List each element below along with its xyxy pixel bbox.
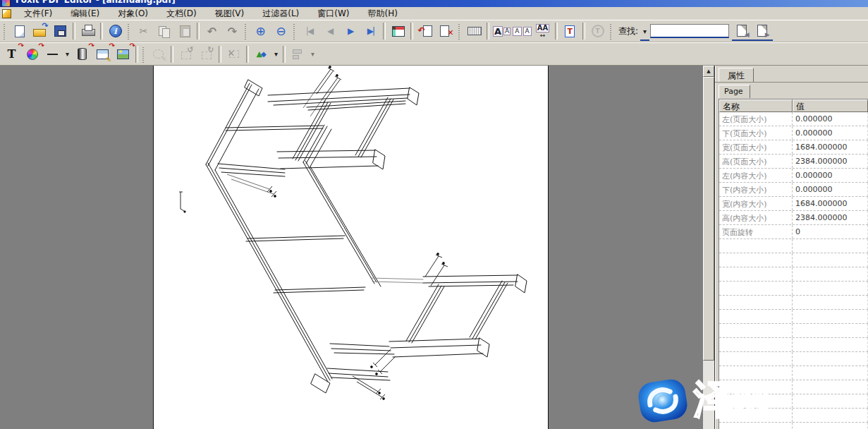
toolbar-gripper[interactable] [142,46,147,63]
property-row[interactable] [719,394,868,409]
property-row[interactable] [719,296,868,310]
property-value[interactable]: 0.000000 [793,126,868,140]
menu-item-6[interactable]: 过滤器(L) [253,7,308,20]
property-row[interactable]: 宽(内容大小)1684.000000 [719,197,868,211]
property-row[interactable]: 下(内容大小)0.000000 [719,183,868,197]
property-value[interactable]: 1684.000000 [793,197,868,210]
property-value[interactable] [793,239,868,253]
property-value[interactable] [793,324,868,337]
property-row[interactable] [719,239,868,253]
property-value[interactable]: 0.000000 [793,183,868,196]
pdf-page[interactable] [153,66,549,429]
toolbar-gripper[interactable] [609,23,614,40]
add-shading-button[interactable]: ↷ [72,44,92,64]
property-value[interactable] [793,423,868,429]
toolbar-gripper[interactable] [293,23,298,40]
property-row[interactable] [719,267,868,282]
canvas[interactable] [0,66,703,429]
edit-image-button[interactable]: ↷ [92,44,113,64]
property-value[interactable]: 0.000000 [793,169,868,182]
document-info-button[interactable] [105,22,126,41]
column-header-name[interactable]: 名称 [719,99,793,112]
property-value[interactable]: 1684.000000 [793,140,868,154]
menu-item-8[interactable]: 帮助(H) [359,7,407,20]
zoom-in-button[interactable] [250,22,271,41]
last-page-button[interactable] [360,22,381,41]
document-window-icon[interactable] [2,9,11,18]
property-row[interactable] [719,352,868,366]
menu-item-5[interactable]: 视图(V) [206,7,254,20]
zoom-out-button[interactable] [271,22,291,41]
font-compare-tool-button[interactable] [512,22,532,41]
property-value[interactable] [793,409,868,422]
line-style-dropdown-button[interactable] [63,44,72,64]
menu-item-3[interactable]: 对象(O) [109,7,157,20]
property-value[interactable] [793,282,868,295]
open-document-button[interactable] [30,22,50,41]
page-layout-button[interactable] [388,22,408,41]
page-tab[interactable]: Page [719,85,750,98]
next-page-button[interactable] [340,22,360,41]
insert-page-button[interactable] [415,22,436,41]
property-row[interactable] [719,380,868,394]
property-row[interactable] [719,324,868,338]
scroll-up-button[interactable]: ▲ [703,66,714,77]
soft-keyboard-button[interactable] [464,22,484,41]
toolbar-gripper[interactable] [244,23,249,40]
properties-tab[interactable]: 属性 [719,68,754,83]
add-page-text-button[interactable] [560,22,580,41]
property-row[interactable] [719,366,868,380]
property-row[interactable]: 高(页面大小)2384.000000 [719,155,868,169]
add-text-object-button[interactable]: ↷ [1,44,22,64]
menu-item-7[interactable]: 窗口(W) [308,7,358,20]
toolbar-gripper[interactable] [458,23,463,40]
menu-item-2[interactable]: 编辑(E) [61,7,109,20]
font-width-tool-button[interactable] [532,22,553,41]
add-color-object-button[interactable]: ↷ [22,44,42,64]
property-value[interactable]: 0 [793,225,868,238]
menu-item-4[interactable]: 文档(D) [157,7,206,20]
property-row[interactable] [719,423,868,429]
vertical-scrollbar[interactable]: ▲ [703,66,714,429]
find-previous-button[interactable] [732,22,752,41]
property-row[interactable]: 宽(页面大小)1684.000000 [719,140,868,155]
property-row[interactable]: 左(内容大小)0.000000 [719,169,868,183]
delete-page-button[interactable] [436,22,456,41]
property-row[interactable]: 下(页面大小)0.000000 [719,126,868,140]
save-document-button[interactable] [50,22,71,41]
column-header-value[interactable]: 值 [793,99,868,112]
property-value[interactable] [793,394,868,408]
property-value[interactable] [793,310,868,323]
property-value[interactable] [793,267,868,281]
print-button[interactable] [78,22,98,41]
toolbar-gripper[interactable] [127,23,132,40]
property-value[interactable]: 2384.000000 [793,155,868,168]
property-value[interactable]: 2384.000000 [793,211,868,224]
property-value[interactable] [793,253,868,267]
add-image-button[interactable]: ↷ [113,44,133,64]
find-next-button[interactable] [752,22,773,41]
new-document-button[interactable] [9,22,30,41]
toolbar-gripper[interactable] [3,23,8,40]
menu-item-1[interactable]: 文件(F) [15,7,61,20]
property-value[interactable]: 0.000000 [793,112,868,126]
property-row[interactable]: 页面旋转0 [719,225,868,239]
find-dropdown-button[interactable] [640,22,649,41]
property-row[interactable]: 左(页面大小)0.000000 [719,112,868,126]
property-row[interactable] [719,409,868,423]
property-row[interactable] [719,282,868,296]
property-row[interactable] [719,310,868,324]
shape-dropdown-button[interactable] [271,44,281,64]
property-row[interactable] [719,253,868,267]
property-value[interactable] [793,380,868,394]
find-input[interactable] [651,27,728,39]
property-value[interactable] [793,352,868,365]
scroll-thumb[interactable] [703,77,714,361]
property-value[interactable] [793,366,868,380]
font-size-tool-button[interactable] [491,22,512,41]
property-row[interactable] [719,338,868,352]
property-value[interactable] [793,338,868,351]
property-value[interactable] [793,296,868,309]
property-row[interactable]: 高(内容大小)2384.000000 [719,211,868,225]
find-dropdown-icon [637,24,653,38]
